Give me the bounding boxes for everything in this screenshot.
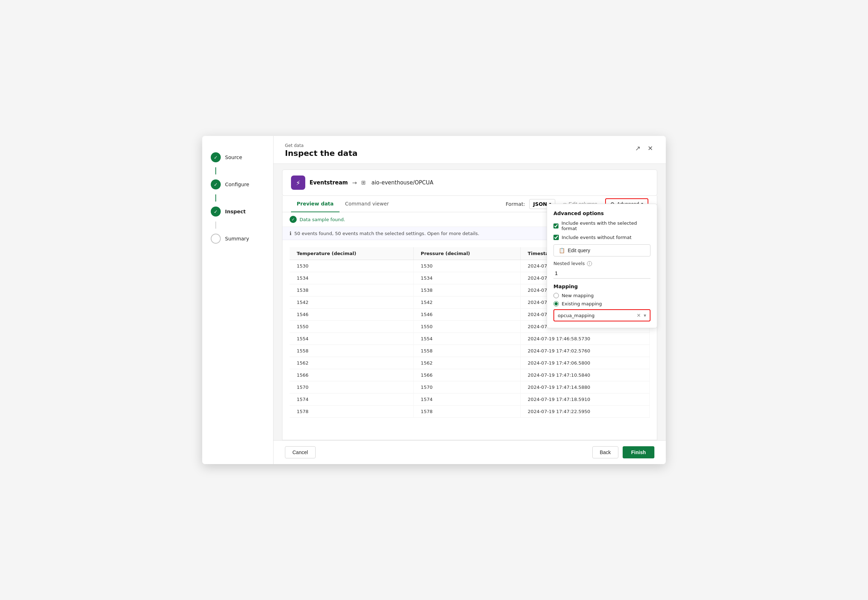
table-cell-0: 1574 bbox=[290, 394, 413, 406]
col-pressure: Pressure (decimal) bbox=[413, 247, 520, 260]
table-cell-1: 1546 bbox=[413, 309, 520, 321]
table-cell-1: 1538 bbox=[413, 284, 520, 297]
tabs: Preview data Command viewer bbox=[291, 196, 395, 212]
sidebar-item-label-configure: Configure bbox=[225, 182, 249, 187]
sidebar-item-label-source: Source bbox=[225, 155, 242, 160]
cancel-button[interactable]: Cancel bbox=[285, 446, 316, 458]
mapping-select-icons: ✕ ▾ bbox=[637, 312, 646, 318]
table-cell-0: 1554 bbox=[290, 333, 413, 345]
radio-existing-mapping-input[interactable] bbox=[553, 301, 559, 306]
table-cell-0: 1538 bbox=[290, 284, 413, 297]
table-row: 156615662024-07-19 17:47:10.5840 bbox=[290, 369, 650, 381]
info-text: 50 events found, 50 events match the sel… bbox=[294, 231, 479, 236]
checkbox-include-selected-input[interactable] bbox=[553, 223, 558, 229]
footer: Cancel Back Finish bbox=[274, 440, 666, 464]
source-name: Eventstream bbox=[310, 179, 348, 186]
col-temperature: Temperature (decimal) bbox=[290, 247, 413, 260]
checkbox-include-selected-label: Include events with the selected format bbox=[561, 220, 650, 231]
table-cell-0: 1546 bbox=[290, 309, 413, 321]
dialog-subtitle: Get data bbox=[285, 143, 358, 148]
table-cell-0: 1566 bbox=[290, 369, 413, 381]
table-cell-2: 2024-07-19 17:47:02.5760 bbox=[520, 345, 649, 357]
table-cell-0: 1558 bbox=[290, 345, 413, 357]
sidebar-item-summary[interactable]: Summary bbox=[202, 229, 273, 248]
checkbox-include-without-label: Include events without format bbox=[562, 235, 632, 240]
table-cell-2: 2024-07-19 17:47:18.5910 bbox=[520, 394, 649, 406]
table-cell-1: 1550 bbox=[413, 321, 520, 333]
sidebar: ✓ Source ✓ Configure ✓ Inspect Summary bbox=[202, 136, 274, 464]
table-cell-1: 1554 bbox=[413, 333, 520, 345]
table-cell-2: 2024-07-19 17:47:10.5840 bbox=[520, 369, 649, 381]
table-cell-2: 2024-07-19 17:46:58.5730 bbox=[520, 333, 649, 345]
table-cell-0: 1562 bbox=[290, 357, 413, 369]
advanced-panel-title: Advanced options bbox=[553, 211, 650, 216]
status-found-text: Data sample found. bbox=[299, 217, 345, 222]
footer-right: Back Finish bbox=[592, 446, 655, 458]
nested-info-icon: i bbox=[587, 261, 592, 266]
sidebar-item-source[interactable]: ✓ Source bbox=[202, 147, 273, 167]
sidebar-item-configure[interactable]: ✓ Configure bbox=[202, 174, 273, 194]
table-row: 157415742024-07-19 17:47:18.5910 bbox=[290, 394, 650, 406]
checkbox-include-without-input[interactable] bbox=[553, 235, 559, 240]
table-cell-2: 2024-07-19 17:47:14.5880 bbox=[520, 381, 649, 394]
clear-mapping-icon[interactable]: ✕ bbox=[637, 312, 641, 318]
edit-query-icon: 📋 bbox=[559, 248, 565, 253]
format-label: Format: bbox=[506, 201, 525, 207]
step-connector-3 bbox=[215, 221, 216, 229]
edit-query-label: Edit query bbox=[568, 248, 590, 253]
table-cell-1: 1558 bbox=[413, 345, 520, 357]
table-cell-0: 1570 bbox=[290, 381, 413, 394]
table-cell-2: 2024-07-19 17:47:22.5950 bbox=[520, 406, 649, 418]
radio-new-mapping-input[interactable] bbox=[553, 293, 559, 298]
table-cell-0: 1542 bbox=[290, 297, 413, 309]
radio-new-mapping: New mapping bbox=[553, 293, 650, 298]
mapping-select-box[interactable]: opcua_mapping ✕ ▾ bbox=[553, 309, 650, 321]
step-icon-summary bbox=[211, 234, 221, 244]
mapping-label: Mapping bbox=[553, 283, 650, 289]
step-connector-2 bbox=[215, 194, 216, 202]
table-cell-0: 1550 bbox=[290, 321, 413, 333]
close-button[interactable]: ✕ bbox=[646, 143, 655, 154]
expand-button[interactable]: ↗ bbox=[634, 143, 642, 154]
table-row: 156215622024-07-19 17:47:06.5800 bbox=[290, 357, 650, 369]
table-row: 155415542024-07-19 17:46:58.5730 bbox=[290, 333, 650, 345]
table-cell-1: 1562 bbox=[413, 357, 520, 369]
info-icon: ℹ bbox=[290, 230, 291, 236]
table-cell-0: 1534 bbox=[290, 272, 413, 284]
table-row: 157015702024-07-19 17:47:14.5880 bbox=[290, 381, 650, 394]
sidebar-item-label-inspect: Inspect bbox=[225, 209, 246, 214]
dialog-header-actions: ↗ ✕ bbox=[634, 143, 655, 154]
table-cell-2: 2024-07-19 17:47:06.5800 bbox=[520, 357, 649, 369]
tab-command-viewer[interactable]: Command viewer bbox=[340, 196, 395, 212]
table-cell-1: 1534 bbox=[413, 272, 520, 284]
table-cell-1: 1570 bbox=[413, 381, 520, 394]
dialog-title: Inspect the data bbox=[285, 149, 358, 158]
step-icon-inspect: ✓ bbox=[211, 206, 221, 217]
step-icon-configure: ✓ bbox=[211, 179, 221, 189]
chevron-mapping-icon[interactable]: ▾ bbox=[644, 312, 646, 318]
step-connector-1 bbox=[215, 167, 216, 174]
finish-button[interactable]: Finish bbox=[623, 446, 655, 458]
eventstream-icon: ⚡ bbox=[291, 176, 305, 190]
sidebar-item-label-summary: Summary bbox=[225, 236, 249, 241]
status-check-icon: ✓ bbox=[290, 216, 297, 223]
table-row: 155815582024-07-19 17:47:02.5760 bbox=[290, 345, 650, 357]
source-bar: ⚡ Eventstream → ⊞ aio-eventhouse/OPCUA bbox=[282, 170, 657, 196]
dialog-title-section: Get data Inspect the data bbox=[285, 143, 358, 158]
table-cell-0: 1578 bbox=[290, 406, 413, 418]
back-button[interactable]: Back bbox=[592, 446, 618, 458]
advanced-panel: Advanced options Include events with the… bbox=[547, 204, 657, 328]
edit-query-button[interactable]: 📋 Edit query bbox=[553, 244, 650, 256]
table-cell-1: 1578 bbox=[413, 406, 520, 418]
dialog-header: Get data Inspect the data ↗ ✕ bbox=[274, 136, 666, 164]
checkbox-include-without: Include events without format bbox=[553, 235, 650, 240]
radio-existing-mapping: Existing mapping bbox=[553, 301, 650, 306]
status-found: ✓ Data sample found. bbox=[290, 216, 345, 223]
tab-preview-data[interactable]: Preview data bbox=[291, 196, 340, 212]
sidebar-item-inspect[interactable]: ✓ Inspect bbox=[202, 202, 273, 221]
step-icon-source: ✓ bbox=[211, 152, 221, 162]
arrow-icon: → bbox=[352, 179, 357, 186]
table-cell-1: 1566 bbox=[413, 369, 520, 381]
nested-levels-input[interactable] bbox=[553, 268, 650, 279]
checkbox-include-selected: Include events with the selected format bbox=[553, 220, 650, 231]
